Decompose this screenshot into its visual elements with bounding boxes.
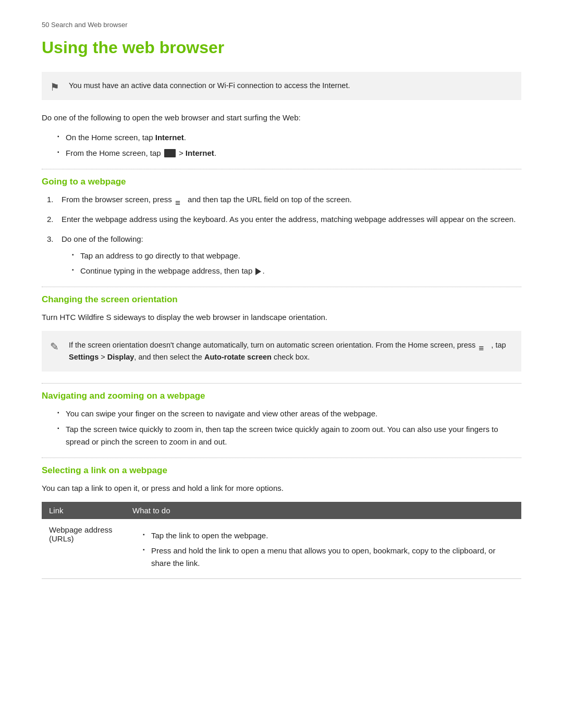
section-heading-selecting: Selecting a link on a webpage [42, 465, 521, 476]
link-table: Link What to do Webpage address (URLs) T… [42, 502, 521, 579]
divider-4 [42, 458, 521, 458]
table-header-link: Link [42, 502, 125, 519]
intro-text: Do one of the following to open the web … [42, 112, 521, 124]
play-icon [255, 268, 261, 275]
table-header-row: Link What to do [42, 502, 521, 519]
table-header-what: What to do [125, 502, 521, 519]
navigating-bullet-1: You can swipe your finger on the screen … [57, 408, 521, 420]
orientation-note-box: ✎ If the screen orientation doesn't chan… [42, 331, 521, 372]
going-ordered-list: From the browser screen, press and then … [47, 193, 521, 277]
going-step-2: Enter the webpage address using the keyb… [47, 213, 521, 226]
table-row: Webpage address (URLs) Tap the link to o… [42, 519, 521, 579]
orientation-body: Turn HTC Wildfire S sideways to display … [42, 311, 521, 324]
navigating-bullet-list: You can swipe your finger on the screen … [57, 408, 521, 448]
table-actions-list: Tap the link to open the webpage. Press … [143, 529, 514, 570]
page-number-line: 50 Search and Web browser [42, 21, 521, 29]
table-cell-link: Webpage address (URLs) [42, 519, 125, 579]
going-sub-bullet-2: Continue typing in the webpage address, … [72, 265, 521, 277]
section-heading-navigating: Navigating and zooming on a webpage [42, 391, 521, 401]
table-action-2: Press and hold the link to open a menu t… [143, 545, 514, 570]
intro-bullet-2: From the Home screen, tap > Internet. [57, 147, 521, 159]
going-sub-bullets: Tap an address to go directly to that we… [72, 250, 521, 277]
note-box-text: You must have an active data connection … [69, 81, 350, 90]
navigating-bullet-2: Tap the screen twice quickly to zoom in,… [57, 423, 521, 448]
flag-icon: ⚑ [50, 79, 59, 95]
going-step-1: From the browser screen, press and then … [47, 193, 521, 206]
intro-bullet-1: On the Home screen, tap Internet. [57, 131, 521, 144]
divider-3 [42, 383, 521, 384]
menu-icon-2 [479, 341, 488, 349]
table-action-1: Tap the link to open the webpage. [143, 529, 514, 542]
section-heading-going: Going to a webpage [42, 177, 521, 187]
intro-bullet-list: On the Home screen, tap Internet. From t… [57, 131, 521, 159]
table-cell-actions: Tap the link to open the webpage. Press … [125, 519, 521, 579]
grid-icon [164, 149, 176, 157]
divider-2 [42, 287, 521, 287]
note-box: ⚑ You must have an active data connectio… [42, 72, 521, 100]
orientation-note-text: If the screen orientation doesn't change… [69, 341, 506, 361]
main-title: Using the web browser [42, 38, 521, 57]
menu-icon-1 [175, 196, 185, 203]
going-step-3: Do one of the following: Tap an address … [47, 233, 521, 277]
divider-1 [42, 169, 521, 169]
section-heading-orientation: Changing the screen orientation [42, 294, 521, 305]
webpage-address-label: Webpage address (URLs) [49, 525, 112, 543]
going-sub-bullet-1: Tap an address to go directly to that we… [72, 250, 521, 262]
pencil-icon: ✎ [50, 338, 59, 355]
selecting-intro: You can tap a link to open it, or press … [42, 482, 521, 495]
